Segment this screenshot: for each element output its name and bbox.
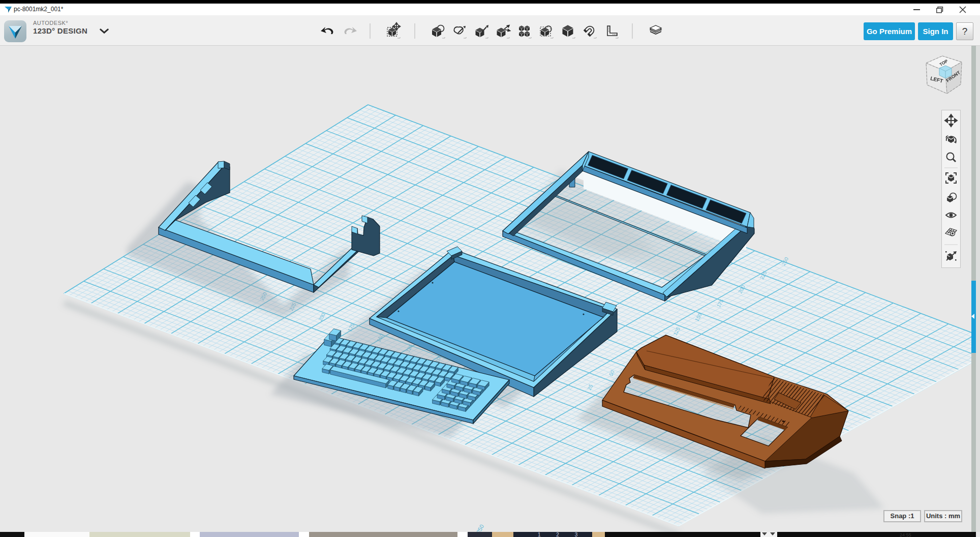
svg-text:250: 250 [475, 523, 485, 532]
